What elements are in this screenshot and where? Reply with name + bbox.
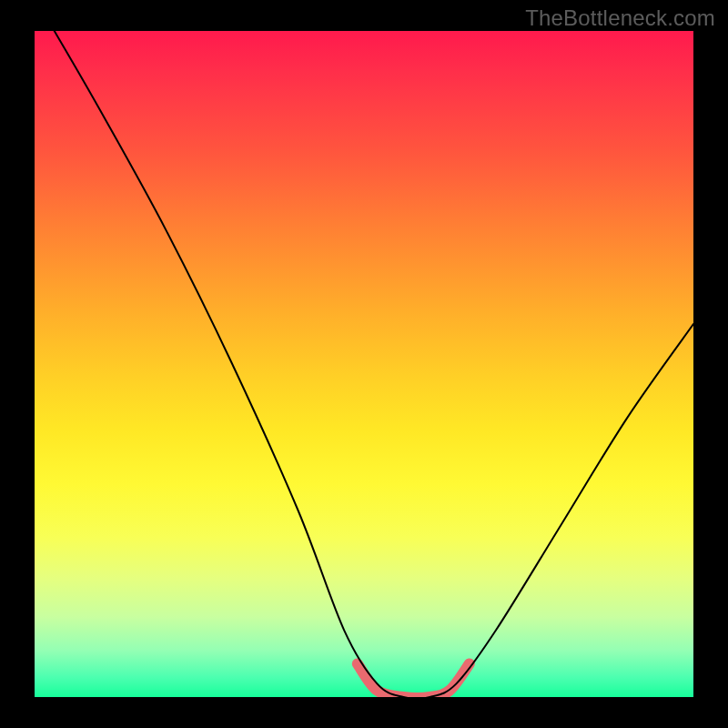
bottleneck-curve-line: [55, 31, 693, 697]
curve-svg: [35, 31, 693, 697]
chart-area: [35, 31, 693, 697]
watermark-label: TheBottleneck.com: [525, 5, 715, 31]
